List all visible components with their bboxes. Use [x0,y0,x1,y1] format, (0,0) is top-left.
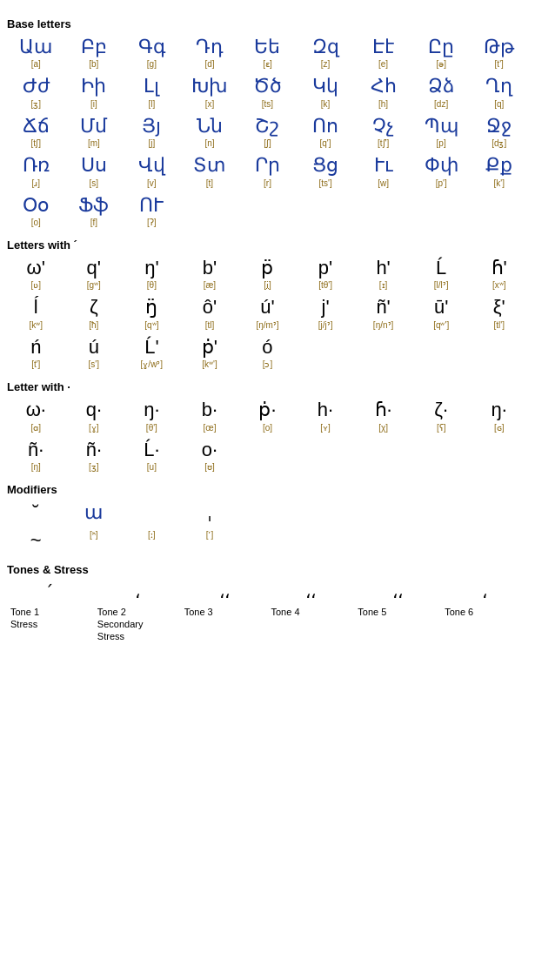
letter-ipa: [œ] [203,422,216,433]
letter-char: Ժժ [23,75,50,97]
letter-char: Ֆֆ [78,194,109,217]
letter-ipa: [n] [204,138,214,149]
letter-char: b' [203,257,217,279]
letter-cell: ˘ [7,500,65,526]
letter-char: Եե [254,36,280,58]
letter-char: Ոո [312,115,338,138]
letter-ipa: [f] [90,217,97,228]
letter-cell: Ջջ [dʒ] [470,113,528,151]
letter-cell: Կկ [k] [297,73,355,111]
letter-ipa: [a] [31,58,41,70]
letter-cell: o· [ʊ] [181,437,239,474]
letter-cell: Ււ [w] [354,152,412,190]
letter-char: h· [318,399,333,421]
letter-cell: ô' [tl] [181,294,239,332]
letter-char: Աա [19,36,52,58]
letter-cell: Ĺ· [u] [123,437,181,474]
letter-ipa: [w] [378,178,389,189]
letter-cell [354,500,412,526]
letter-ipa: [ʕ] [437,422,446,433]
letter-cell: ՈՒ [ʔ] [123,192,181,230]
tone-char-cell: ՛ [7,580,94,604]
letter-cell: Քք [k'] [470,152,528,190]
letter-cell: Ոո [q'] [297,113,355,151]
letter-cell: Խխ [x] [181,73,239,111]
tones-labels-row: Tone 1Stress Tone 2SecondaryStress Tone … [7,604,528,645]
letter-ipa: [ʒ] [89,461,99,473]
letter-ipa: [ɣ] [89,422,99,433]
letter-ipa: [ʰ] [90,529,98,540]
letter-char: ω· [26,399,46,421]
letter-char: Տտ [193,154,225,177]
letter-cell: Սս [s] [65,152,124,190]
letter-cell [470,500,528,526]
letter-char: Ղղ [485,75,512,97]
letter-ipa: [tl] [205,319,215,331]
letter-char: Ըը [428,36,454,58]
letter-cell: Ճճ [tʃ] [7,113,65,151]
letter-cell: ṗ' [kʷ'] [181,334,239,372]
tone-label: Tone 2SecondaryStress [97,606,177,643]
letter-ipa: [tʃ] [31,138,41,149]
tone-char: ،، [392,581,403,602]
tone-char: ، [482,581,487,602]
letter-cell: q· [ɣ] [65,397,124,434]
letter-ipa: [ħ] [89,319,98,331]
letter-cell: [ː] [123,527,181,554]
letter-ipa: [j] [148,138,155,149]
letter-cell: Լլ [l] [123,73,181,111]
letter-char: Սս [81,154,107,177]
letter-cell: ա [65,500,124,526]
letter-ipa: [m] [88,138,100,149]
letter-cell: ó [ɔ] [238,334,297,372]
letter-cell: ñ· [ʒ] [65,437,124,474]
letter-cell: Ցց [ts'] [297,152,355,190]
letter-ipa: [s] [90,178,99,189]
tone-label-cell: Tone 5 [354,604,441,645]
letter-ipa: [q] [494,98,504,110]
tone-char: ،، [305,581,316,602]
letter-cell: j' [j/jˀ] [297,294,355,332]
letter-ipa: [ŋ] [31,461,41,473]
letter-ipa: [p'] [436,178,447,189]
letter-char: ô' [203,296,217,319]
letter-ipa: [ʊ] [204,461,215,473]
letter-ipa: [ɣ/wˀ] [141,359,164,370]
letter-char: ū' [434,296,448,319]
letter-ipa: [s'] [89,359,99,370]
letter-cell: ń [t'] [7,334,65,372]
letter-cell: Փփ [p'] [412,152,471,190]
letter-ipa: [ɔ] [263,359,273,370]
letter-ipa: [ɹ] [31,178,40,189]
letter-char: Ĺ· [144,439,159,461]
letter-ipa: [i] [90,98,97,110]
letter-char: Ցց [312,154,338,177]
letter-cell: Տտ [t] [181,152,239,190]
letter-char: ξ' [493,296,505,319]
letter-cell: Բբ [b] [65,34,124,71]
tone-label-cell: Tone 2SecondaryStress [94,604,181,645]
letter-char: Իի [81,75,106,97]
letters-acute-section: Letters with ´ ω' [ʋ] q' [gʷ] ŋ' [θ] b' … [7,238,528,372]
tones-section: Tones & Stress ՛ ، ،، ،، ،، ، Tone 1St [7,563,528,645]
letter-cell: ζ· [ʕ] [412,397,471,434]
letter-char: ζ [90,296,98,319]
letter-ipa: [t'] [31,359,40,370]
letter-char: Գգ [138,36,165,58]
letter-cell: Մմ [m] [65,113,124,151]
letter-ipa: [o] [263,422,272,433]
tone-char-cell: ،، [354,580,441,604]
letter-char: q' [87,257,101,279]
letter-ipa: [ʋ] [30,279,41,291]
letter-cell: Ռռ [ɹ] [7,152,65,190]
letter-char: ó [262,336,272,359]
letter-ipa: [ʃ] [264,138,271,149]
letter-ipa: [o] [31,217,41,228]
letter-ipa: [r] [264,178,271,189]
letter-char: Պպ [425,115,458,138]
letter-cell: Նն [n] [181,113,239,151]
letter-ipa: [θ'] [146,422,157,433]
letter-ipa: [ŋ/mˀ] [256,319,278,331]
letter-ipa: [ŋ/nˀ] [373,319,393,331]
letter-ipa: [k] [321,98,331,110]
